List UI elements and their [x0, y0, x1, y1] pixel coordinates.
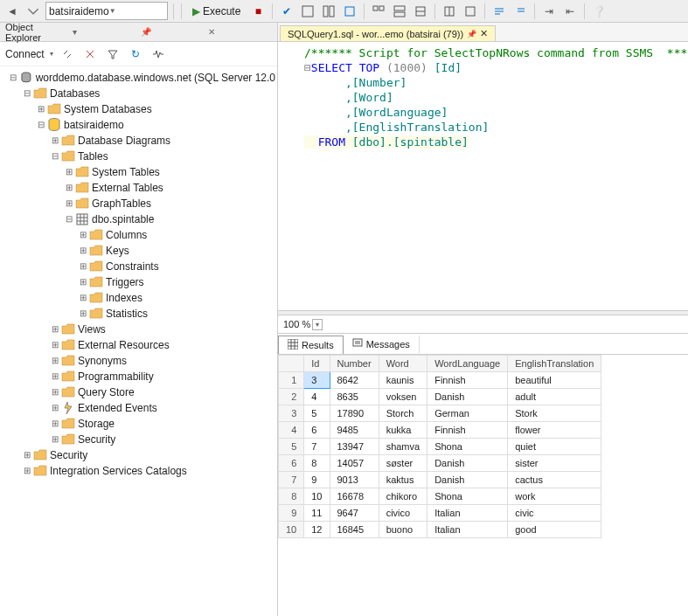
tree-db-diagrams[interactable]: ⊞Database Diagrams — [2, 133, 275, 149]
toolbar-icon-2[interactable] — [320, 3, 337, 20]
expand-icon[interactable]: ⊞ — [63, 196, 75, 211]
tree-views[interactable]: ⊞Views — [2, 322, 275, 337]
expand-icon[interactable]: ⊞ — [49, 337, 61, 353]
expand-icon[interactable]: ⊞ — [49, 416, 61, 432]
help-icon[interactable]: ❔ — [590, 3, 608, 20]
row-number[interactable]: 2 — [279, 389, 304, 405]
cell[interactable]: Danish — [427, 389, 508, 405]
expand-icon[interactable]: ⊞ — [49, 400, 61, 416]
cell[interactable]: 10 — [304, 488, 330, 505]
cell[interactable]: civico — [379, 505, 427, 522]
cell[interactable]: søster — [379, 455, 427, 472]
close-icon[interactable]: ✕ — [208, 27, 272, 37]
tree-spintable[interactable]: ⊟dbo.spintable — [2, 211, 275, 227]
expand-icon[interactable]: ⊞ — [49, 384, 61, 400]
expand-icon[interactable]: ⊞ — [49, 133, 61, 149]
cell[interactable]: work — [508, 488, 601, 505]
cell[interactable]: 9485 — [330, 422, 379, 439]
tree-security-db[interactable]: ⊞Security — [2, 432, 275, 447]
table-row[interactable]: 6814057søsterDanishsister — [279, 455, 601, 472]
table-row[interactable]: 799013kaktusDanishcactus — [279, 472, 601, 488]
cell[interactable]: 8642 — [330, 372, 379, 389]
tree-server[interactable]: ⊟worddemo.database.windows.net (SQL Serv… — [2, 70, 275, 86]
cell[interactable]: beautiful — [508, 372, 601, 389]
collapse-icon[interactable]: ⊟ — [63, 211, 75, 227]
collapse-icon[interactable]: ⊟ — [49, 149, 61, 164]
activity-icon[interactable] — [149, 45, 167, 63]
row-number[interactable]: 4 — [279, 422, 304, 439]
expand-icon[interactable]: ⊞ — [77, 306, 89, 322]
table-row[interactable]: 469485kukkaFinnishflower — [279, 422, 601, 439]
comment-icon[interactable] — [490, 3, 508, 20]
collapse-icon[interactable]: ⊟ — [7, 70, 19, 86]
cell[interactable]: Shona — [427, 488, 508, 505]
indent-icon[interactable]: ⇥ — [540, 3, 558, 20]
row-number[interactable]: 10 — [279, 522, 304, 538]
cell[interactable]: quiet — [508, 439, 601, 455]
outdent-icon[interactable]: ⇤ — [561, 3, 579, 20]
cell[interactable]: Shona — [427, 439, 508, 455]
cell[interactable]: 5 — [304, 405, 330, 422]
cell[interactable]: German — [427, 405, 508, 422]
tree-ext-events[interactable]: ⊞Extended Events — [2, 400, 275, 416]
tree-system-databases[interactable]: ⊞System Databases — [2, 101, 275, 117]
expand-icon[interactable]: ⊞ — [49, 432, 61, 447]
stop-button[interactable]: ■ — [249, 3, 267, 20]
tree-query-store[interactable]: ⊞Query Store — [2, 384, 275, 400]
connect-label[interactable]: Connect — [5, 48, 45, 60]
toolbar-icon-1[interactable] — [299, 3, 316, 20]
nav-dropdown-icon[interactable] — [24, 3, 42, 20]
tree-security[interactable]: ⊞Security — [2, 447, 275, 463]
expand-icon[interactable]: ⊞ — [21, 447, 33, 463]
tree-tables[interactable]: ⊟Tables — [2, 149, 275, 164]
cell[interactable]: 16678 — [330, 488, 379, 505]
disconnect-icon[interactable] — [81, 45, 99, 63]
expand-icon[interactable]: ⊞ — [63, 180, 75, 196]
cell[interactable]: 16845 — [330, 522, 379, 538]
expand-icon[interactable]: ⊞ — [35, 101, 47, 117]
toolbar-icon-6[interactable] — [412, 3, 429, 20]
cell[interactable]: shamva — [379, 439, 427, 455]
cell[interactable]: sister — [508, 455, 601, 472]
pin-icon[interactable]: 📌 — [467, 30, 476, 38]
cell[interactable]: cactus — [508, 472, 601, 488]
cell[interactable]: adult — [508, 389, 601, 405]
table-row[interactable]: 138642kaunisFinnishbeautiful — [279, 372, 601, 389]
tree-triggers[interactable]: ⊞Triggers — [2, 274, 275, 290]
cell[interactable]: 8635 — [330, 389, 379, 405]
toolbar-icon-7[interactable] — [441, 3, 458, 20]
tree-indexes[interactable]: ⊞Indexes — [2, 290, 275, 306]
expand-icon[interactable]: ⊞ — [77, 290, 89, 306]
cell[interactable]: 6 — [304, 422, 330, 439]
tree-statistics[interactable]: ⊞Statistics — [2, 306, 275, 322]
column-header[interactable]: Id — [304, 356, 330, 372]
cell[interactable]: 17890 — [330, 405, 379, 422]
collapse-icon[interactable]: ⊟ — [35, 117, 47, 133]
cell[interactable]: kaunis — [379, 372, 427, 389]
zoom-selector[interactable]: 100 % ▾ — [283, 319, 323, 330]
cell[interactable]: Italian — [427, 522, 508, 538]
pin-icon[interactable]: 📌 — [141, 27, 205, 37]
object-tree[interactable]: ⊟worddemo.database.windows.net (SQL Serv… — [0, 66, 277, 616]
sql-editor[interactable]: /****** Script for SelectTopNRows comman… — [278, 42, 688, 310]
tree-keys[interactable]: ⊞Keys — [2, 243, 275, 259]
toolbar-icon-4[interactable] — [370, 3, 387, 20]
tab-results[interactable]: Results — [278, 336, 344, 354]
cell[interactable]: 4 — [304, 389, 330, 405]
tree-programmability[interactable]: ⊞Programmability — [2, 369, 275, 384]
expand-icon[interactable]: ⊞ — [49, 322, 61, 337]
cell[interactable]: kukka — [379, 422, 427, 439]
cell[interactable]: 7 — [304, 439, 330, 455]
dropdown-icon[interactable]: ▾ — [73, 27, 136, 37]
row-number[interactable]: 9 — [279, 505, 304, 522]
column-header[interactable] — [279, 356, 304, 372]
tab-sqlquery1[interactable]: SQLQuery1.sql - wor...emo (batsirai (79)… — [280, 25, 496, 41]
toolbar-icon-5[interactable] — [391, 3, 408, 20]
cell[interactable]: voksen — [379, 389, 427, 405]
tree-storage[interactable]: ⊞Storage — [2, 416, 275, 432]
filter-icon[interactable] — [104, 45, 122, 63]
cell[interactable]: Stork — [508, 405, 601, 422]
column-header[interactable]: Word — [379, 356, 427, 372]
expand-icon[interactable]: ⊞ — [63, 164, 75, 180]
connect-icon[interactable] — [59, 45, 76, 63]
